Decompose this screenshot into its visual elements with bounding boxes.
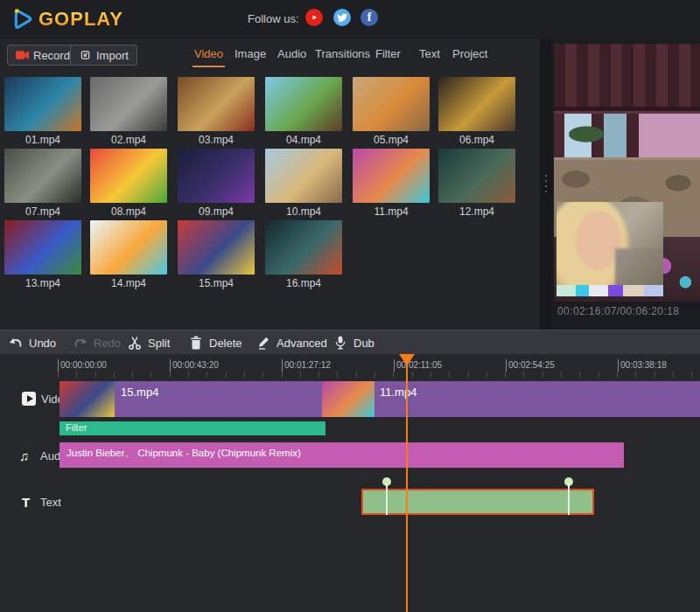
media-thumbnail xyxy=(438,149,515,203)
video-clip[interactable]: 15.mp4 11.mp4 xyxy=(60,381,700,417)
media-filename: 02.mp4 xyxy=(90,134,167,146)
media-filename: 16.mp4 xyxy=(265,277,342,289)
media-item[interactable]: 05.mp4 xyxy=(353,77,433,146)
media-thumbnail xyxy=(178,77,255,131)
ruler-timestamp: 00:00:43:20 xyxy=(170,359,219,372)
media-item[interactable]: 03.mp4 xyxy=(178,77,258,146)
media-item[interactable]: 13.mp4 xyxy=(4,220,85,289)
advanced-button[interactable]: Advanced xyxy=(256,330,327,355)
preview-panel: 00:02:16:07/00:06:20:18 xyxy=(552,39,700,330)
media-item[interactable]: 16.mp4 xyxy=(265,220,346,289)
filter-clip[interactable]: Filter xyxy=(60,421,326,435)
media-filename: 08.mp4 xyxy=(90,205,167,218)
media-item[interactable]: 02.mp4 xyxy=(90,77,171,146)
clip-thumbnail-11mp4 xyxy=(322,381,374,417)
media-item[interactable]: 01.mp4 xyxy=(4,77,85,146)
media-item[interactable]: 15.mp4 xyxy=(178,220,258,289)
playhead-line[interactable] xyxy=(406,354,408,612)
media-thumbnail xyxy=(353,77,430,131)
media-item[interactable]: 14.mp4 xyxy=(90,220,171,289)
media-thumbnail xyxy=(353,149,430,203)
edit-toolbar: Undo Redo Split Delete Advanced xyxy=(0,330,700,354)
media-item[interactable]: 06.mp4 xyxy=(438,77,519,146)
ruler-timestamp: 00:01:27:12 xyxy=(282,359,331,372)
tab-image[interactable]: Image xyxy=(234,47,266,60)
tab-project[interactable]: Project xyxy=(452,47,487,60)
media-item[interactable]: 09.mp4 xyxy=(178,149,258,218)
app-header: GOPLAY Follow us: xyxy=(0,0,700,39)
clip-label: 15.mp4 xyxy=(121,386,158,399)
media-item[interactable]: 11.mp4 xyxy=(353,149,433,218)
media-filename: 15.mp4 xyxy=(178,277,255,289)
timeline: 00:00:00:0000:00:43:2000:01:27:1200:02:1… xyxy=(0,354,700,612)
record-button[interactable]: Record xyxy=(7,45,79,66)
text-track-icon xyxy=(22,495,30,510)
panel-resize-handle[interactable] xyxy=(540,39,552,330)
import-button[interactable]: Import xyxy=(70,45,137,66)
youtube-icon[interactable] xyxy=(305,9,323,26)
goplay-play-icon xyxy=(7,5,35,33)
media-thumbnail xyxy=(4,77,81,131)
media-thumbnail xyxy=(90,77,167,131)
split-scissors-icon xyxy=(128,336,142,350)
dub-button[interactable]: Dub xyxy=(333,330,374,355)
media-thumbnail xyxy=(265,77,342,131)
media-thumbnail xyxy=(178,220,255,275)
webcam-bottom-strip xyxy=(556,285,663,296)
media-thumbnail xyxy=(438,77,515,131)
tab-filter[interactable]: Filter xyxy=(375,47,401,60)
advanced-pencil-icon xyxy=(256,336,270,350)
import-icon xyxy=(79,50,92,60)
clip-label: 11.mp4 xyxy=(380,386,416,399)
tab-text[interactable]: Text xyxy=(419,47,440,60)
follow-us-label: Follow us: xyxy=(248,12,299,25)
media-filename: 01.mp4 xyxy=(4,134,81,146)
media-thumbnail xyxy=(4,220,81,275)
media-item[interactable]: 07.mp4 xyxy=(4,149,85,218)
ruler-timestamp: 00:00:00:00 xyxy=(58,359,107,372)
text-track-label: Text xyxy=(40,496,61,509)
app-logo: GOPLAY xyxy=(7,5,123,33)
delete-button[interactable]: Delete xyxy=(189,330,242,355)
preview-scene-openings xyxy=(554,114,700,157)
delete-trash-icon xyxy=(189,336,203,350)
media-item[interactable]: 10.mp4 xyxy=(265,149,346,218)
record-label: Record xyxy=(33,49,70,62)
media-item[interactable]: 12.mp4 xyxy=(438,149,519,218)
facebook-icon[interactable] xyxy=(360,9,378,26)
audio-clip[interactable]: Justin Bieber、 Chipmunk - Baby (Chipmunk… xyxy=(60,442,624,468)
undo-button[interactable]: Undo xyxy=(9,330,56,355)
preview-scene-roof xyxy=(554,44,700,111)
redo-icon xyxy=(74,336,88,350)
ruler-timestamp: 00:03:38:18 xyxy=(618,359,667,372)
media-thumbnail xyxy=(265,149,342,203)
media-filename: 09.mp4 xyxy=(178,205,255,218)
media-thumbnail xyxy=(265,220,342,275)
tab-audio[interactable]: Audio xyxy=(277,47,306,60)
text-clip[interactable] xyxy=(361,489,594,515)
tab-video[interactable]: Video xyxy=(194,47,223,60)
twitter-icon[interactable] xyxy=(333,9,351,26)
tab-transitions[interactable]: Transitions xyxy=(315,47,370,60)
text-keyframe-pin-stem xyxy=(386,483,388,515)
redo-button[interactable]: Redo xyxy=(74,330,121,355)
media-thumbnail xyxy=(178,149,255,203)
video-track-icon xyxy=(22,392,36,406)
media-item[interactable]: 08.mp4 xyxy=(90,149,171,218)
media-filename: 10.mp4 xyxy=(265,205,342,218)
media-filename: 13.mp4 xyxy=(4,277,81,289)
webcam-overlay xyxy=(556,202,663,296)
media-item[interactable]: 04.mp4 xyxy=(265,77,346,146)
playhead-handle[interactable] xyxy=(399,354,415,365)
dub-microphone-icon xyxy=(333,336,347,350)
split-button[interactable]: Split xyxy=(128,330,170,355)
text-keyframe-pin-stem xyxy=(568,483,570,515)
undo-icon xyxy=(9,336,23,350)
media-filename: 07.mp4 xyxy=(4,205,81,218)
audio-track-icon xyxy=(19,449,29,463)
media-filename: 11.mp4 xyxy=(353,205,430,218)
preview-timecode: 00:02:16:07/00:06:20:18 xyxy=(557,305,679,317)
media-library-panel: Record Import VideoImageAudioTransitions… xyxy=(0,39,540,330)
media-filename: 12.mp4 xyxy=(438,205,515,218)
media-filename: 06.mp4 xyxy=(438,134,515,146)
